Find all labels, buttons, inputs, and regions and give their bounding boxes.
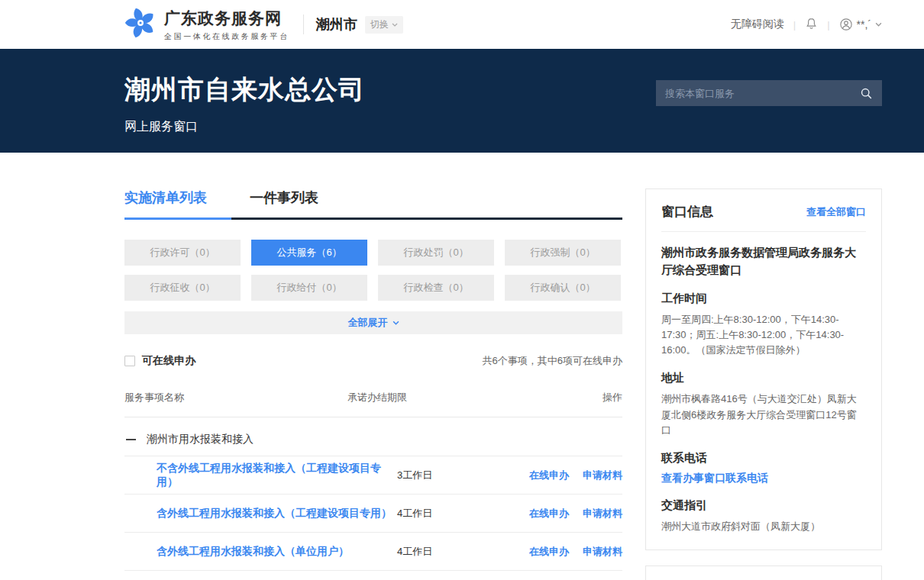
company-title: 潮州市自来水总公司: [124, 72, 365, 108]
filter-public-service[interactable]: 公共服务（6）: [251, 240, 367, 266]
address-text: 潮州市枫春路416号（与大道交汇处）凤新大厦北侧6楼政务服务大厅综合受理窗口12…: [661, 392, 866, 437]
column-deadline: 承诺办结期限: [347, 391, 523, 404]
logo-title: 广东政务服务网: [164, 8, 289, 29]
expand-all-button[interactable]: 全部展开: [124, 311, 622, 334]
table-row: 含外线工程用水报装和接入（单位用户） 4工作日 在线申办 申请材料: [124, 532, 622, 570]
user-menu[interactable]: **,´: [839, 18, 882, 31]
hero-banner: 潮州市自来水总公司 网上服务窗口: [0, 49, 924, 153]
traffic-text: 潮州大道市政府斜对面（凤新大厦）: [661, 519, 866, 534]
window-info-card: 窗口信息 查看全部窗口 潮州市政务服务数据管理局政务服务大厅综合受理窗口 工作时…: [645, 188, 882, 550]
current-city-label: 潮州市: [316, 15, 357, 34]
view-all-windows-link[interactable]: 查看全部窗口: [806, 205, 866, 219]
online-apply-link[interactable]: 在线申办: [529, 545, 569, 559]
view-phone-link[interactable]: 查看办事窗口联系电话: [661, 472, 866, 485]
application-materials-link[interactable]: 申请材料: [583, 545, 622, 559]
filter-administrative-payment[interactable]: 行政给付（0）: [251, 275, 367, 301]
user-icon: [839, 18, 853, 31]
divider: |: [827, 19, 829, 31]
work-time-heading: 工作时间: [661, 292, 866, 306]
filter-administrative-confirmation[interactable]: 行政确认（0）: [505, 275, 621, 301]
office-name: 潮州市政务服务数据管理局政务服务大厅综合受理窗口: [661, 244, 866, 279]
table-row: 含外线工程用水报装和接入（工程建设项目专用） 4工作日 在线申办 申请材料: [124, 494, 622, 532]
filter-administrative-collection[interactable]: 行政征收（0）: [124, 275, 241, 301]
items-summary-text: 共6个事项，其中6项可在线申办: [483, 354, 622, 368]
search-input[interactable]: [665, 88, 860, 99]
license-stats-card: 行政许可办件统计 本年度 本月 今天 申报数 0: [645, 566, 882, 580]
application-materials-link[interactable]: 申请材料: [583, 507, 622, 520]
traffic-heading: 交通指引: [661, 498, 866, 513]
chevron-down-icon: [875, 22, 882, 27]
banner-subtitle: 网上服务窗口: [124, 119, 365, 135]
service-deadline: 4工作日: [397, 545, 508, 559]
service-name-link[interactable]: 含外线工程用水报装和接入（工程建设项目专用）: [124, 507, 397, 520]
search-icon[interactable]: [860, 87, 873, 100]
logo-subtitle: 全国一体化在线政务服务平台: [164, 31, 289, 42]
online-filter-row: 可在线申办 共6个事项，其中6项可在线申办: [124, 354, 622, 368]
city-switch-button[interactable]: 切换: [365, 16, 403, 34]
service-deadline: 3工作日: [397, 469, 508, 482]
active-tab-underline: [124, 218, 231, 220]
switch-label: 切换: [370, 18, 389, 31]
application-materials-link[interactable]: 申请材料: [583, 469, 622, 482]
notification-bell-icon[interactable]: [805, 17, 818, 33]
list-tabs: 实施清单列表 一件事列表: [124, 188, 622, 220]
category-filters: 行政许可（0） 公共服务（6） 行政处罚（0） 行政强制（0） 行政征收（0） …: [124, 240, 622, 301]
table-row: 含外线工程用水报装和接入（个人用户） 4工作日 在线申办 申请材料: [124, 570, 622, 580]
service-deadline: 4工作日: [397, 507, 508, 520]
tab-one-thing-list[interactable]: 一件事列表: [250, 188, 318, 207]
filter-administrative-license[interactable]: 行政许可（0）: [124, 240, 241, 266]
divider: |: [793, 19, 796, 31]
service-name-link[interactable]: 含外线工程用水报装和接入（单位用户）: [124, 545, 397, 559]
service-table-header: 服务事项名称 承诺办结期限 操作: [124, 391, 622, 417]
divider: [303, 14, 304, 34]
top-bar: 广东政务服务网 全国一体化在线政务服务平台 潮州市 切换 无障碍阅读 |: [0, 0, 924, 49]
chevron-down-icon: [392, 23, 398, 27]
online-apply-link[interactable]: 在线申办: [529, 469, 569, 482]
window-info-title: 窗口信息: [661, 203, 713, 221]
filter-administrative-coercion[interactable]: 行政强制（0）: [505, 240, 621, 266]
filter-administrative-inspection[interactable]: 行政检查（0）: [378, 275, 494, 301]
service-group-title: 潮州市用水报装和接入: [147, 433, 254, 446]
site-logo[interactable]: 广东政务服务网 全国一体化在线政务服务平台: [124, 7, 289, 42]
user-name-label: **,´: [857, 18, 871, 31]
filter-administrative-penalty[interactable]: 行政处罚（0）: [378, 240, 494, 266]
table-row: 不含外线工程用水报装和接入（工程建设项目专用） 3工作日 在线申办 申请材料: [124, 456, 622, 494]
work-time-text: 周一至周四:上午8:30-12:00，下午14:30-17:30；周五:上午8:…: [661, 312, 866, 358]
service-group-row: 潮州市用水报装和接入: [124, 417, 622, 456]
phone-heading: 联系电话: [661, 451, 866, 466]
accessibility-link[interactable]: 无障碍阅读: [731, 18, 784, 31]
online-apply-link[interactable]: 在线申办: [529, 507, 569, 520]
collapse-minus-icon[interactable]: [126, 439, 136, 440]
column-operation: 操作: [523, 391, 622, 404]
column-service-name: 服务事项名称: [124, 391, 347, 404]
service-name-link[interactable]: 不含外线工程用水报装和接入（工程建设项目专用）: [124, 462, 397, 489]
address-heading: 地址: [661, 371, 866, 385]
page: 广东政务服务网 全国一体化在线政务服务平台 潮州市 切换 无障碍阅读 |: [0, 0, 924, 580]
chevron-down-icon: [393, 321, 399, 325]
window-search-box: [656, 80, 882, 106]
tab-implementation-list[interactable]: 实施清单列表: [124, 188, 207, 207]
expand-all-label: 全部展开: [348, 316, 388, 330]
online-apply-label: 可在线申办: [142, 354, 195, 368]
pinwheel-logo-icon: [124, 7, 157, 42]
online-apply-checkbox[interactable]: [124, 356, 135, 366]
